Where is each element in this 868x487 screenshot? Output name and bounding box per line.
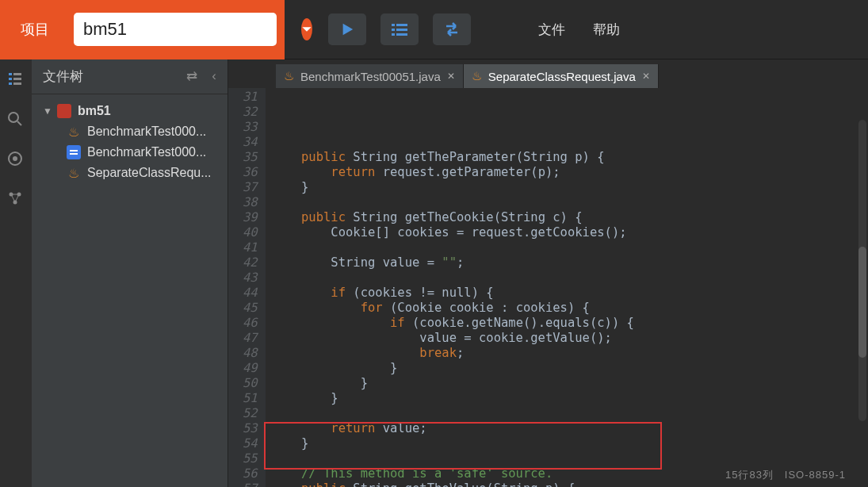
svg-rect-0 bbox=[392, 24, 395, 26]
search-box bbox=[74, 13, 277, 46]
svg-rect-2 bbox=[392, 29, 395, 31]
target-icon[interactable] bbox=[7, 151, 25, 168]
editor-tab[interactable]: ♨SeparateClassRequest.java✕ bbox=[464, 64, 659, 88]
editor[interactable]: 3132333435363738394041424344454647484950… bbox=[228, 88, 868, 487]
svg-rect-3 bbox=[396, 29, 407, 31]
file-icon bbox=[67, 145, 81, 159]
graph-icon[interactable] bbox=[7, 190, 25, 208]
editor-scrollbar[interactable] bbox=[858, 120, 866, 421]
search-wrap bbox=[70, 0, 285, 59]
search-input[interactable] bbox=[83, 19, 301, 40]
project-label[interactable]: 项目 bbox=[0, 0, 70, 59]
close-icon[interactable]: ✕ bbox=[447, 71, 455, 82]
tree-item-label: SeparateClassRequ... bbox=[87, 166, 212, 180]
tree-root[interactable]: ▼ bm51 bbox=[32, 101, 228, 121]
java-icon: ♨ bbox=[67, 166, 81, 180]
sidebar-title: 文件树 bbox=[43, 67, 83, 86]
sidebar-header: 文件树 ⇄ ‹ bbox=[32, 59, 228, 94]
project-icon bbox=[57, 104, 71, 118]
structure-icon[interactable] bbox=[7, 71, 25, 89]
encoding: ISO-8859-1 bbox=[785, 469, 846, 481]
menu-help[interactable]: 帮助 bbox=[593, 21, 620, 39]
svg-rect-7 bbox=[13, 73, 21, 75]
file-tree: ▼ bm51 ♨BenchmarkTest000...BenchmarkTest… bbox=[32, 94, 228, 190]
code-content[interactable]: public String getTheParameter(String p) … bbox=[266, 88, 634, 487]
list-button[interactable] bbox=[380, 13, 419, 45]
svg-rect-5 bbox=[396, 33, 407, 36]
svg-point-15 bbox=[13, 156, 17, 161]
svg-line-13 bbox=[17, 121, 21, 125]
tree-item-label: BenchmarkTest000... bbox=[87, 125, 206, 139]
editor-area: ♨BenchmarkTest00051.java✕♨SeparateClassR… bbox=[228, 59, 868, 487]
tabbar: ♨BenchmarkTest00051.java✕♨SeparateClassR… bbox=[228, 59, 868, 88]
topbar: 项目 文件 帮助 bbox=[0, 0, 868, 59]
run-button[interactable] bbox=[328, 13, 366, 45]
tab-label: SeparateClassRequest.java bbox=[488, 70, 636, 83]
tree-item[interactable]: BenchmarkTest000... bbox=[32, 142, 228, 163]
svg-rect-9 bbox=[13, 78, 21, 80]
close-icon[interactable]: ✕ bbox=[642, 71, 650, 82]
main: 文件树 ⇄ ‹ ▼ bm51 ♨BenchmarkTest000...Bench… bbox=[0, 59, 868, 487]
tree-item[interactable]: ♨SeparateClassRequ... bbox=[32, 163, 228, 183]
statusbar: 15行83列 ISO-8859-1 bbox=[725, 468, 846, 482]
caret-down-icon: ▼ bbox=[43, 105, 52, 117]
svg-rect-8 bbox=[9, 78, 12, 80]
collapse-icon[interactable]: ‹ bbox=[212, 68, 216, 85]
svg-rect-20 bbox=[70, 153, 78, 155]
svg-rect-6 bbox=[9, 73, 12, 75]
editor-tab[interactable]: ♨BenchmarkTest00051.java✕ bbox=[276, 64, 464, 88]
search-dropdown-icon[interactable] bbox=[301, 18, 312, 40]
tree-root-label: bm51 bbox=[78, 104, 111, 118]
java-icon: ♨ bbox=[284, 69, 294, 83]
svg-point-12 bbox=[9, 113, 18, 122]
svg-rect-1 bbox=[396, 24, 407, 26]
cursor-position: 15行83列 bbox=[725, 469, 774, 481]
toolbar bbox=[328, 13, 471, 45]
tab-label: BenchmarkTest00051.java bbox=[300, 70, 441, 83]
search-icon[interactable] bbox=[7, 111, 25, 128]
java-icon: ♨ bbox=[67, 125, 81, 139]
gutter: 3132333435363738394041424344454647484950… bbox=[228, 88, 266, 487]
tree-item[interactable]: ♨BenchmarkTest000... bbox=[32, 121, 228, 142]
sidebar: 文件树 ⇄ ‹ ▼ bm51 ♨BenchmarkTest000...Bench… bbox=[32, 59, 228, 487]
java-icon: ♨ bbox=[472, 69, 482, 83]
svg-rect-19 bbox=[70, 150, 78, 151]
swap-button[interactable] bbox=[433, 13, 471, 45]
tree-item-label: BenchmarkTest000... bbox=[87, 145, 206, 159]
sync-icon[interactable]: ⇄ bbox=[186, 68, 197, 85]
menubar: 文件 帮助 bbox=[538, 21, 620, 39]
menu-file[interactable]: 文件 bbox=[538, 21, 565, 39]
svg-rect-11 bbox=[13, 82, 21, 85]
svg-rect-4 bbox=[392, 33, 395, 36]
svg-rect-10 bbox=[9, 82, 12, 85]
left-rail bbox=[0, 59, 32, 487]
